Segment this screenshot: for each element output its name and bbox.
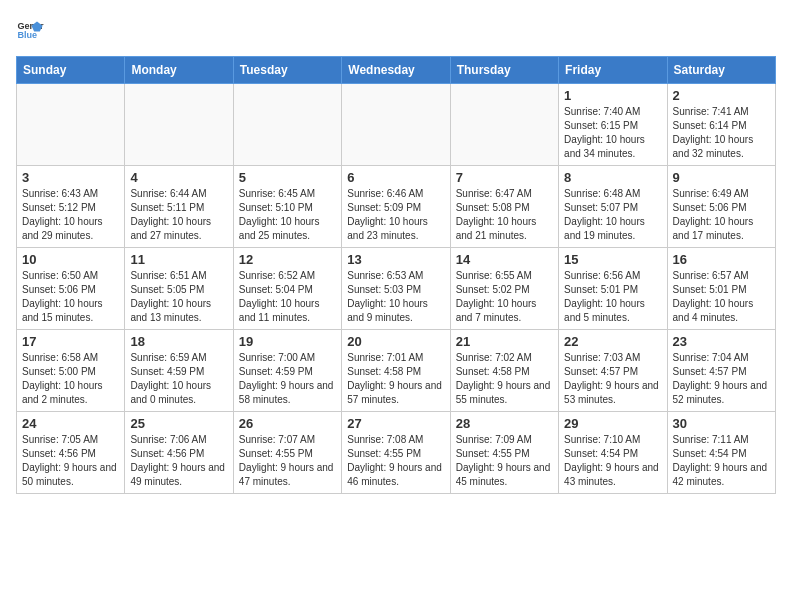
- calendar-cell: 11Sunrise: 6:51 AM Sunset: 5:05 PM Dayli…: [125, 248, 233, 330]
- calendar-cell: 23Sunrise: 7:04 AM Sunset: 4:57 PM Dayli…: [667, 330, 775, 412]
- calendar-cell: 1Sunrise: 7:40 AM Sunset: 6:15 PM Daylig…: [559, 84, 667, 166]
- calendar-cell: 26Sunrise: 7:07 AM Sunset: 4:55 PM Dayli…: [233, 412, 341, 494]
- day-info: Sunrise: 7:07 AM Sunset: 4:55 PM Dayligh…: [239, 433, 336, 489]
- calendar-cell: 12Sunrise: 6:52 AM Sunset: 5:04 PM Dayli…: [233, 248, 341, 330]
- day-info: Sunrise: 7:40 AM Sunset: 6:15 PM Dayligh…: [564, 105, 661, 161]
- calendar-cell: 18Sunrise: 6:59 AM Sunset: 4:59 PM Dayli…: [125, 330, 233, 412]
- calendar-week-2: 3Sunrise: 6:43 AM Sunset: 5:12 PM Daylig…: [17, 166, 776, 248]
- day-number: 27: [347, 416, 444, 431]
- calendar-cell: [17, 84, 125, 166]
- day-info: Sunrise: 6:48 AM Sunset: 5:07 PM Dayligh…: [564, 187, 661, 243]
- day-number: 22: [564, 334, 661, 349]
- day-number: 25: [130, 416, 227, 431]
- calendar-cell: [125, 84, 233, 166]
- day-number: 28: [456, 416, 553, 431]
- day-info: Sunrise: 6:46 AM Sunset: 5:09 PM Dayligh…: [347, 187, 444, 243]
- day-number: 9: [673, 170, 770, 185]
- calendar-cell: 17Sunrise: 6:58 AM Sunset: 5:00 PM Dayli…: [17, 330, 125, 412]
- day-number: 2: [673, 88, 770, 103]
- day-info: Sunrise: 7:08 AM Sunset: 4:55 PM Dayligh…: [347, 433, 444, 489]
- calendar-cell: [342, 84, 450, 166]
- page-header: General Blue: [16, 16, 776, 44]
- day-info: Sunrise: 7:02 AM Sunset: 4:58 PM Dayligh…: [456, 351, 553, 407]
- weekday-header-thursday: Thursday: [450, 57, 558, 84]
- day-number: 30: [673, 416, 770, 431]
- day-info: Sunrise: 7:09 AM Sunset: 4:55 PM Dayligh…: [456, 433, 553, 489]
- day-number: 20: [347, 334, 444, 349]
- weekday-header-friday: Friday: [559, 57, 667, 84]
- calendar-cell: 10Sunrise: 6:50 AM Sunset: 5:06 PM Dayli…: [17, 248, 125, 330]
- day-info: Sunrise: 6:49 AM Sunset: 5:06 PM Dayligh…: [673, 187, 770, 243]
- day-info: Sunrise: 7:03 AM Sunset: 4:57 PM Dayligh…: [564, 351, 661, 407]
- day-number: 21: [456, 334, 553, 349]
- calendar-cell: 6Sunrise: 6:46 AM Sunset: 5:09 PM Daylig…: [342, 166, 450, 248]
- day-number: 6: [347, 170, 444, 185]
- day-info: Sunrise: 6:53 AM Sunset: 5:03 PM Dayligh…: [347, 269, 444, 325]
- weekday-header-monday: Monday: [125, 57, 233, 84]
- day-info: Sunrise: 7:00 AM Sunset: 4:59 PM Dayligh…: [239, 351, 336, 407]
- calendar-cell: 4Sunrise: 6:44 AM Sunset: 5:11 PM Daylig…: [125, 166, 233, 248]
- calendar-cell: [233, 84, 341, 166]
- day-info: Sunrise: 7:01 AM Sunset: 4:58 PM Dayligh…: [347, 351, 444, 407]
- calendar-cell: 24Sunrise: 7:05 AM Sunset: 4:56 PM Dayli…: [17, 412, 125, 494]
- day-info: Sunrise: 6:50 AM Sunset: 5:06 PM Dayligh…: [22, 269, 119, 325]
- day-number: 10: [22, 252, 119, 267]
- day-info: Sunrise: 6:45 AM Sunset: 5:10 PM Dayligh…: [239, 187, 336, 243]
- day-info: Sunrise: 6:58 AM Sunset: 5:00 PM Dayligh…: [22, 351, 119, 407]
- calendar-cell: 2Sunrise: 7:41 AM Sunset: 6:14 PM Daylig…: [667, 84, 775, 166]
- day-info: Sunrise: 6:56 AM Sunset: 5:01 PM Dayligh…: [564, 269, 661, 325]
- day-number: 8: [564, 170, 661, 185]
- calendar-cell: 8Sunrise: 6:48 AM Sunset: 5:07 PM Daylig…: [559, 166, 667, 248]
- calendar-cell: 20Sunrise: 7:01 AM Sunset: 4:58 PM Dayli…: [342, 330, 450, 412]
- day-number: 11: [130, 252, 227, 267]
- day-info: Sunrise: 7:04 AM Sunset: 4:57 PM Dayligh…: [673, 351, 770, 407]
- day-number: 29: [564, 416, 661, 431]
- calendar-cell: 3Sunrise: 6:43 AM Sunset: 5:12 PM Daylig…: [17, 166, 125, 248]
- day-number: 5: [239, 170, 336, 185]
- calendar-week-1: 1Sunrise: 7:40 AM Sunset: 6:15 PM Daylig…: [17, 84, 776, 166]
- day-number: 12: [239, 252, 336, 267]
- day-info: Sunrise: 6:55 AM Sunset: 5:02 PM Dayligh…: [456, 269, 553, 325]
- calendar-cell: 29Sunrise: 7:10 AM Sunset: 4:54 PM Dayli…: [559, 412, 667, 494]
- day-number: 18: [130, 334, 227, 349]
- day-number: 13: [347, 252, 444, 267]
- calendar-cell: 14Sunrise: 6:55 AM Sunset: 5:02 PM Dayli…: [450, 248, 558, 330]
- calendar-cell: 22Sunrise: 7:03 AM Sunset: 4:57 PM Dayli…: [559, 330, 667, 412]
- weekday-header-tuesday: Tuesday: [233, 57, 341, 84]
- day-number: 14: [456, 252, 553, 267]
- svg-text:Blue: Blue: [17, 30, 37, 40]
- calendar-cell: 7Sunrise: 6:47 AM Sunset: 5:08 PM Daylig…: [450, 166, 558, 248]
- day-info: Sunrise: 6:51 AM Sunset: 5:05 PM Dayligh…: [130, 269, 227, 325]
- day-info: Sunrise: 6:47 AM Sunset: 5:08 PM Dayligh…: [456, 187, 553, 243]
- weekday-header-saturday: Saturday: [667, 57, 775, 84]
- calendar-cell: 16Sunrise: 6:57 AM Sunset: 5:01 PM Dayli…: [667, 248, 775, 330]
- day-info: Sunrise: 7:05 AM Sunset: 4:56 PM Dayligh…: [22, 433, 119, 489]
- calendar-cell: 27Sunrise: 7:08 AM Sunset: 4:55 PM Dayli…: [342, 412, 450, 494]
- calendar-cell: 19Sunrise: 7:00 AM Sunset: 4:59 PM Dayli…: [233, 330, 341, 412]
- day-number: 1: [564, 88, 661, 103]
- calendar-table: SundayMondayTuesdayWednesdayThursdayFrid…: [16, 56, 776, 494]
- day-info: Sunrise: 6:57 AM Sunset: 5:01 PM Dayligh…: [673, 269, 770, 325]
- day-number: 16: [673, 252, 770, 267]
- day-number: 4: [130, 170, 227, 185]
- weekday-header-sunday: Sunday: [17, 57, 125, 84]
- day-number: 7: [456, 170, 553, 185]
- weekday-header-wednesday: Wednesday: [342, 57, 450, 84]
- day-info: Sunrise: 6:52 AM Sunset: 5:04 PM Dayligh…: [239, 269, 336, 325]
- day-info: Sunrise: 7:41 AM Sunset: 6:14 PM Dayligh…: [673, 105, 770, 161]
- calendar-cell: 13Sunrise: 6:53 AM Sunset: 5:03 PM Dayli…: [342, 248, 450, 330]
- calendar-week-4: 17Sunrise: 6:58 AM Sunset: 5:00 PM Dayli…: [17, 330, 776, 412]
- day-number: 15: [564, 252, 661, 267]
- logo: General Blue: [16, 16, 48, 44]
- day-number: 26: [239, 416, 336, 431]
- calendar-cell: [450, 84, 558, 166]
- day-number: 19: [239, 334, 336, 349]
- day-info: Sunrise: 7:06 AM Sunset: 4:56 PM Dayligh…: [130, 433, 227, 489]
- day-number: 24: [22, 416, 119, 431]
- day-info: Sunrise: 6:59 AM Sunset: 4:59 PM Dayligh…: [130, 351, 227, 407]
- day-number: 3: [22, 170, 119, 185]
- calendar-cell: 9Sunrise: 6:49 AM Sunset: 5:06 PM Daylig…: [667, 166, 775, 248]
- calendar-cell: 5Sunrise: 6:45 AM Sunset: 5:10 PM Daylig…: [233, 166, 341, 248]
- calendar-cell: 15Sunrise: 6:56 AM Sunset: 5:01 PM Dayli…: [559, 248, 667, 330]
- day-info: Sunrise: 7:11 AM Sunset: 4:54 PM Dayligh…: [673, 433, 770, 489]
